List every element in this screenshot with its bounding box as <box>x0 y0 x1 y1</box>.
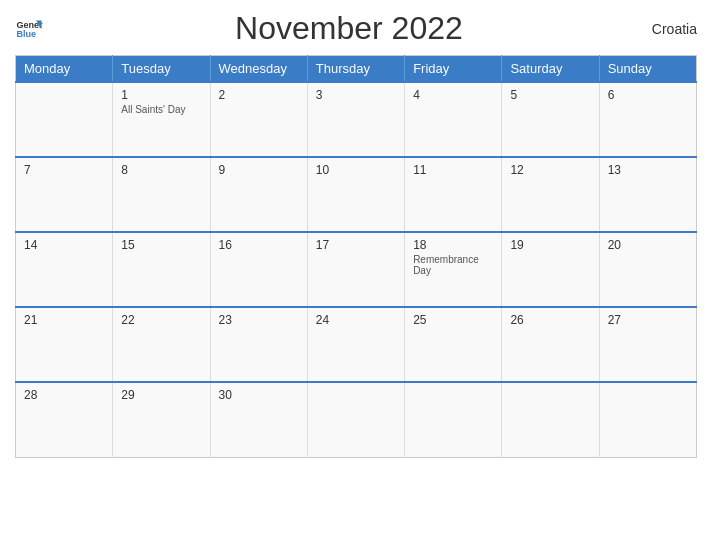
calendar-cell <box>502 382 599 457</box>
calendar-cell: 17 <box>307 232 404 307</box>
calendar-week-5: 282930 <box>16 382 697 457</box>
calendar-cell: 9 <box>210 157 307 232</box>
day-number: 22 <box>121 313 201 327</box>
calendar-cell: 4 <box>405 82 502 157</box>
calendar-cell: 1All Saints' Day <box>113 82 210 157</box>
calendar-cell: 11 <box>405 157 502 232</box>
calendar-cell: 8 <box>113 157 210 232</box>
day-number: 4 <box>413 88 493 102</box>
svg-text:Blue: Blue <box>16 29 36 39</box>
calendar-cell: 30 <box>210 382 307 457</box>
calendar-cell: 3 <box>307 82 404 157</box>
day-number: 9 <box>219 163 299 177</box>
calendar-cell: 14 <box>16 232 113 307</box>
calendar-cell <box>599 382 696 457</box>
day-number: 24 <box>316 313 396 327</box>
day-number: 11 <box>413 163 493 177</box>
day-number: 29 <box>121 388 201 402</box>
day-number: 2 <box>219 88 299 102</box>
header-monday: Monday <box>16 56 113 83</box>
calendar-cell: 19 <box>502 232 599 307</box>
calendar-week-1: 1All Saints' Day23456 <box>16 82 697 157</box>
calendar-table: Monday Tuesday Wednesday Thursday Friday… <box>15 55 697 458</box>
calendar-cell: 22 <box>113 307 210 382</box>
calendar-cell: 20 <box>599 232 696 307</box>
day-number: 1 <box>121 88 201 102</box>
calendar-cell: 12 <box>502 157 599 232</box>
header-friday: Friday <box>405 56 502 83</box>
header-thursday: Thursday <box>307 56 404 83</box>
calendar-cell: 7 <box>16 157 113 232</box>
calendar-cell <box>307 382 404 457</box>
day-number: 6 <box>608 88 688 102</box>
day-number: 8 <box>121 163 201 177</box>
calendar-cell: 6 <box>599 82 696 157</box>
day-number: 27 <box>608 313 688 327</box>
calendar-cell: 16 <box>210 232 307 307</box>
calendar-cell: 23 <box>210 307 307 382</box>
day-number: 26 <box>510 313 590 327</box>
day-number: 28 <box>24 388 104 402</box>
calendar-cell: 15 <box>113 232 210 307</box>
day-number: 19 <box>510 238 590 252</box>
day-number: 14 <box>24 238 104 252</box>
day-number: 23 <box>219 313 299 327</box>
day-number: 20 <box>608 238 688 252</box>
calendar-page: General Blue November 2022 Croatia Monda… <box>0 0 712 550</box>
country-label: Croatia <box>652 21 697 37</box>
day-number: 3 <box>316 88 396 102</box>
day-number: 5 <box>510 88 590 102</box>
day-number: 25 <box>413 313 493 327</box>
day-number: 21 <box>24 313 104 327</box>
calendar-cell <box>405 382 502 457</box>
header-wednesday: Wednesday <box>210 56 307 83</box>
calendar-cell: 26 <box>502 307 599 382</box>
calendar-cell: 10 <box>307 157 404 232</box>
day-number: 16 <box>219 238 299 252</box>
logo-icon: General Blue <box>15 15 43 43</box>
weekday-header-row: Monday Tuesday Wednesday Thursday Friday… <box>16 56 697 83</box>
calendar-cell: 5 <box>502 82 599 157</box>
day-number: 30 <box>219 388 299 402</box>
page-header: General Blue November 2022 Croatia <box>15 10 697 47</box>
calendar-event: Remembrance Day <box>413 254 493 276</box>
calendar-cell: 29 <box>113 382 210 457</box>
day-number: 10 <box>316 163 396 177</box>
calendar-cell: 24 <box>307 307 404 382</box>
calendar-cell: 25 <box>405 307 502 382</box>
calendar-week-2: 78910111213 <box>16 157 697 232</box>
calendar-cell: 27 <box>599 307 696 382</box>
calendar-week-4: 21222324252627 <box>16 307 697 382</box>
day-number: 7 <box>24 163 104 177</box>
calendar-cell: 18Remembrance Day <box>405 232 502 307</box>
day-number: 13 <box>608 163 688 177</box>
calendar-event: All Saints' Day <box>121 104 201 115</box>
calendar-cell <box>16 82 113 157</box>
header-saturday: Saturday <box>502 56 599 83</box>
page-title: November 2022 <box>235 10 463 47</box>
day-number: 12 <box>510 163 590 177</box>
day-number: 17 <box>316 238 396 252</box>
header-tuesday: Tuesday <box>113 56 210 83</box>
header-sunday: Sunday <box>599 56 696 83</box>
calendar-cell: 21 <box>16 307 113 382</box>
calendar-cell: 28 <box>16 382 113 457</box>
logo: General Blue <box>15 15 46 43</box>
calendar-week-3: 1415161718Remembrance Day1920 <box>16 232 697 307</box>
calendar-cell: 13 <box>599 157 696 232</box>
day-number: 18 <box>413 238 493 252</box>
calendar-cell: 2 <box>210 82 307 157</box>
day-number: 15 <box>121 238 201 252</box>
